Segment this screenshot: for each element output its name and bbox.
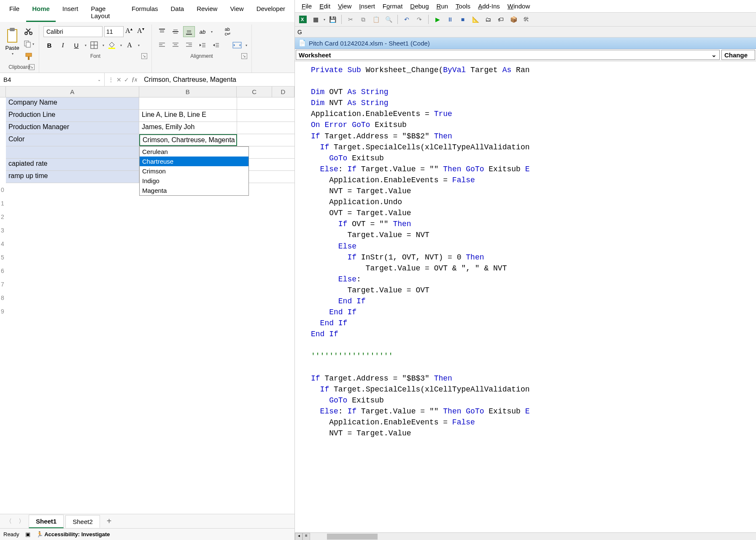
vbe-menu-edit[interactable]: Edit <box>316 2 334 11</box>
dropdown-item[interactable]: Cerulean <box>140 147 248 157</box>
row-header[interactable]: 7 <box>0 278 294 291</box>
row-header[interactable]: 4 <box>0 237 294 251</box>
object-selector[interactable]: Worksheet⌄ <box>296 50 720 60</box>
orientation-button[interactable]: ab <box>197 26 208 37</box>
merge-center-button[interactable] <box>231 40 243 51</box>
decrease-indent-button[interactable] <box>197 40 208 51</box>
wrap-text-button[interactable]: abc↵ <box>222 26 234 37</box>
scroll-left-icon[interactable]: ◂ <box>295 533 302 540</box>
fill-color-button[interactable] <box>106 40 118 51</box>
cell-a6[interactable]: capiated rate <box>6 159 139 170</box>
code-editor[interactable]: Private Sub Worksheet_Change(ByVal Targe… <box>295 61 756 532</box>
undo-icon[interactable]: ↶ <box>401 14 412 25</box>
col-header-a[interactable]: A <box>6 86 139 97</box>
row-header[interactable]: 2 <box>0 210 294 224</box>
vbe-menu-format[interactable]: Format <box>379 2 406 11</box>
tab-review[interactable]: Review <box>191 3 223 22</box>
select-all-corner[interactable] <box>0 86 6 97</box>
tab-formulas[interactable]: Formulas <box>126 3 164 22</box>
vbe-menu-tools[interactable]: Tools <box>452 2 474 11</box>
col-header-c[interactable]: C <box>237 86 272 97</box>
sheet-tab-sheet2[interactable]: Sheet2 <box>65 515 100 528</box>
vbe-menu-file[interactable]: File <box>298 2 315 11</box>
sheet-next-icon[interactable]: 〉 <box>16 518 27 525</box>
cell-a5[interactable] <box>6 146 139 158</box>
dialog-launcher-icon[interactable]: ↘ <box>29 64 35 70</box>
paste-button[interactable]: Paste ▾ <box>4 26 20 62</box>
cell-a4[interactable]: Color <box>6 134 139 146</box>
borders-button[interactable] <box>88 40 100 51</box>
italic-button[interactable]: I <box>57 40 69 51</box>
format-painter-button[interactable] <box>23 51 35 62</box>
vbe-menu-window[interactable]: Window <box>504 2 533 11</box>
bold-button[interactable]: B <box>43 40 55 51</box>
save-icon[interactable]: 💾 <box>327 14 338 25</box>
cell-a1[interactable]: Company Name <box>6 97 139 109</box>
align-right-button[interactable] <box>183 40 195 51</box>
increase-font-button[interactable]: A▴ <box>125 27 135 37</box>
tab-home[interactable]: Home <box>26 3 56 22</box>
tab-view[interactable]: View <box>224 3 249 22</box>
procedure-selector[interactable]: Change <box>721 50 755 60</box>
align-center-button[interactable] <box>170 40 181 51</box>
copy-icon[interactable]: ⧉ <box>358 14 369 25</box>
row-header[interactable]: 9 <box>0 305 294 318</box>
cell-a3[interactable]: Production Manager <box>6 122 139 134</box>
cell-a2[interactable]: Production Line <box>6 110 139 122</box>
accessibility-status[interactable]: 🏃 Accessibility: Investigate <box>36 531 110 537</box>
tab-data[interactable]: Data <box>165 3 190 22</box>
formula-input[interactable] <box>140 74 294 85</box>
row-header[interactable]: 1 <box>0 197 294 210</box>
tab-insert[interactable]: Insert <box>57 3 84 22</box>
dropdown-item[interactable]: Magenta <box>140 186 248 195</box>
project-explorer-icon[interactable]: 🗂 <box>483 14 494 25</box>
toolbox-icon[interactable]: 🛠 <box>521 14 532 25</box>
view-excel-icon[interactable]: X <box>297 14 308 25</box>
row-header[interactable]: 6 <box>0 264 294 278</box>
dropdown-item[interactable]: Indigo <box>140 176 248 186</box>
cell-b1[interactable] <box>139 97 237 109</box>
macro-record-icon[interactable]: ▣ <box>25 531 30 537</box>
horizontal-scrollbar[interactable]: ◂ ≡ <box>295 532 756 540</box>
col-header-b[interactable]: B <box>139 86 237 97</box>
vbe-menu-addins[interactable]: Add-Ins <box>475 2 503 11</box>
object-browser-icon[interactable]: 📦 <box>508 14 519 25</box>
reset-icon[interactable]: ■ <box>457 14 468 25</box>
cancel-icon[interactable]: ✕ <box>116 76 122 83</box>
dropdown-item[interactable]: Chartreuse <box>140 157 248 166</box>
vbe-menu-run[interactable]: Run <box>433 2 452 11</box>
enter-icon[interactable]: ✓ <box>124 76 129 83</box>
dialog-launcher-icon[interactable]: ↘ <box>241 53 247 59</box>
tab-page-layout[interactable]: Page Layout <box>85 3 125 22</box>
scroll-view-icon[interactable]: ≡ <box>302 533 310 540</box>
cell-b4[interactable]: Crimson, Chartreuse, Magenta▼ <box>139 134 237 146</box>
cell-a7[interactable]: ramp up time <box>6 171 139 183</box>
row-header[interactable]: 3 <box>0 224 294 237</box>
spreadsheet-grid[interactable]: A B C D Company Name Production LineLine… <box>0 86 294 514</box>
validation-dropdown[interactable]: Cerulean Chartreuse Crimson Indigo Magen… <box>139 146 249 196</box>
find-icon[interactable]: 🔍 <box>383 14 394 25</box>
col-header-d[interactable]: D <box>272 86 294 97</box>
run-icon[interactable]: ▶ <box>432 14 443 25</box>
redo-icon[interactable]: ↷ <box>414 14 425 25</box>
underline-button[interactable]: U <box>70 40 82 51</box>
design-mode-icon[interactable]: 📐 <box>470 14 481 25</box>
sheet-prev-icon[interactable]: 〈 <box>3 518 14 525</box>
align-bottom-button[interactable] <box>183 26 195 37</box>
font-size-input[interactable] <box>104 26 124 37</box>
align-middle-button[interactable] <box>170 26 181 37</box>
dialog-launcher-icon[interactable]: ↘ <box>141 53 147 59</box>
name-box[interactable]: B4⌄ <box>0 73 105 86</box>
insert-module-icon[interactable]: ▦ <box>310 14 321 25</box>
paste-icon[interactable]: 📋 <box>370 14 381 25</box>
properties-icon[interactable]: 🏷 <box>495 14 506 25</box>
font-color-button[interactable]: A <box>124 40 135 51</box>
font-name-input[interactable] <box>43 26 103 37</box>
cut-button[interactable] <box>23 26 35 36</box>
cell-b2[interactable]: Line A, Line B, Line E <box>139 110 237 122</box>
decrease-font-button[interactable]: A▾ <box>137 27 147 37</box>
scroll-thumb[interactable] <box>327 534 378 540</box>
fx-icon[interactable]: ƒx <box>132 76 137 83</box>
copy-button[interactable]: ▾ <box>23 39 35 49</box>
row-header[interactable]: 5 <box>0 251 294 264</box>
